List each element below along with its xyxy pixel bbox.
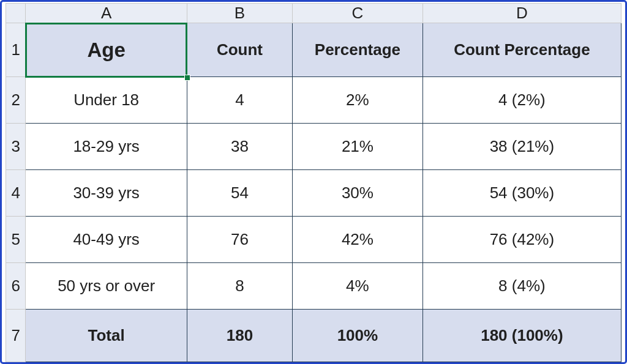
cell-B1[interactable]: Count [187,23,292,77]
cell-C5[interactable]: 42% [293,217,423,263]
column-header-C[interactable]: C [293,4,423,23]
cell-A2[interactable]: Under 18 [26,77,187,124]
cell-D2[interactable]: 4 (2%) [422,77,621,124]
cell-B5[interactable]: 76 [187,217,292,263]
cell-B2[interactable]: 4 [187,77,292,124]
row-header-6[interactable]: 6 [6,263,26,310]
cell-C7[interactable]: 100% [293,310,423,362]
cell-A1[interactable]: Age [26,23,187,77]
row-header-4[interactable]: 4 [6,170,26,217]
cell-A5[interactable]: 40-49 yrs [26,217,187,263]
cell-D7[interactable]: 180 (100%) [422,310,621,362]
cell-D6[interactable]: 8 (4%) [422,263,621,310]
column-header-D[interactable]: D [422,4,621,23]
cell-D1[interactable]: Count Percentage [422,23,621,77]
column-header-A[interactable]: A [26,4,187,23]
column-header-B[interactable]: B [187,4,292,23]
cell-D5[interactable]: 76 (42%) [422,217,621,263]
row-header-7[interactable]: 7 [6,310,26,362]
select-all-corner[interactable] [6,4,26,23]
cell-C2[interactable]: 2% [293,77,423,124]
cell-A4[interactable]: 30-39 yrs [26,170,187,217]
sheet-table[interactable]: A B C D 1 Age Count Percentage Count Per… [6,3,621,362]
cell-B3[interactable]: 38 [187,124,292,170]
spreadsheet-frame: A B C D 1 Age Count Percentage Count Per… [0,0,627,364]
row-header-5[interactable]: 5 [6,217,26,263]
row-header-1[interactable]: 1 [6,23,26,77]
cell-C3[interactable]: 21% [293,124,423,170]
cell-B7[interactable]: 180 [187,310,292,362]
row-header-2[interactable]: 2 [6,77,26,124]
cell-D3[interactable]: 38 (21%) [422,124,621,170]
spreadsheet-grid[interactable]: A B C D 1 Age Count Percentage Count Per… [6,3,621,361]
cell-C4[interactable]: 30% [293,170,423,217]
cell-B6[interactable]: 8 [187,263,292,310]
cell-C6[interactable]: 4% [293,263,423,310]
row-header-3[interactable]: 3 [6,124,26,170]
cell-A6[interactable]: 50 yrs or over [26,263,187,310]
cell-A3[interactable]: 18-29 yrs [26,124,187,170]
cell-C1[interactable]: Percentage [293,23,423,77]
cell-D4[interactable]: 54 (30%) [422,170,621,217]
cell-A7[interactable]: Total [26,310,187,362]
cell-B4[interactable]: 54 [187,170,292,217]
